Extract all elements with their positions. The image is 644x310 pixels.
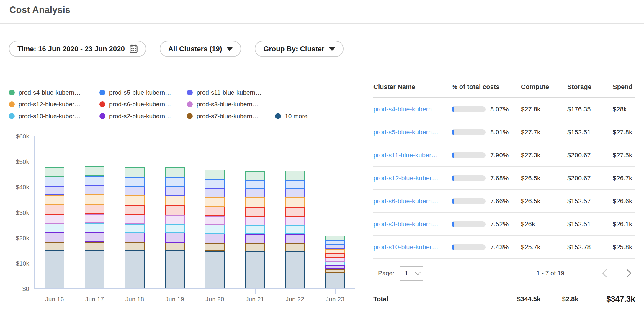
bar-segment[interactable] <box>325 240 345 245</box>
bar-segment[interactable] <box>45 205 64 215</box>
stacked-bar[interactable] <box>325 236 345 288</box>
bar-segment[interactable] <box>205 216 225 225</box>
bar-segment[interactable] <box>285 197 305 207</box>
bar-segment[interactable] <box>325 269 345 273</box>
cluster-name-link[interactable]: prod-s12-blue-kuber… <box>373 174 438 182</box>
clusters-filter[interactable]: All Clusters (19) <box>160 41 241 57</box>
bar-segment[interactable] <box>45 195 64 205</box>
bar-segment[interactable] <box>125 167 145 177</box>
bar-segment[interactable] <box>85 214 104 223</box>
bar-segment[interactable] <box>125 205 145 215</box>
bar-segment[interactable] <box>285 207 305 217</box>
bar-segment[interactable] <box>285 180 305 189</box>
bar-segment[interactable] <box>165 233 185 243</box>
stacked-bar[interactable] <box>245 171 265 288</box>
bar-segment[interactable] <box>325 262 345 266</box>
page-select[interactable]: 1 <box>400 266 423 281</box>
next-page-button[interactable] <box>622 266 635 280</box>
bar-segment[interactable] <box>125 224 145 233</box>
bar-segment[interactable] <box>45 232 64 242</box>
bar-segment[interactable] <box>285 171 305 180</box>
bar-segment[interactable] <box>205 179 225 188</box>
bar-segment[interactable] <box>125 215 145 224</box>
bar-segment[interactable] <box>85 232 104 242</box>
prev-page-button[interactable] <box>598 266 612 280</box>
bar-segment[interactable] <box>45 242 64 250</box>
bar-segment[interactable] <box>285 225 305 234</box>
legend-item[interactable]: 10 more <box>275 110 308 122</box>
bar-segment[interactable] <box>245 234 265 243</box>
bar-segment[interactable] <box>85 242 104 250</box>
bar-segment[interactable] <box>205 188 225 197</box>
bar-segment[interactable] <box>285 189 305 197</box>
bar-segment[interactable] <box>245 217 265 225</box>
cluster-name-link[interactable]: prod-s5-blue-kubern… <box>373 128 438 136</box>
bar-segment[interactable] <box>325 245 345 249</box>
bar-segment[interactable] <box>165 167 185 177</box>
bar-segment[interactable] <box>205 225 225 233</box>
legend-item[interactable]: prod-s6-blue-kubern… <box>99 98 187 110</box>
bar-segment[interactable] <box>85 205 104 214</box>
stacked-bar[interactable] <box>285 171 305 288</box>
stacked-bar[interactable] <box>45 167 64 288</box>
bar-segment[interactable] <box>245 189 265 197</box>
bar-segment[interactable] <box>45 250 64 288</box>
bar-segment[interactable] <box>125 177 145 187</box>
stacked-bar[interactable] <box>85 166 104 288</box>
cluster-name-link[interactable]: prod-s11-blue-kuber… <box>373 151 438 159</box>
bar-segment[interactable] <box>245 197 265 207</box>
bar-segment[interactable] <box>85 223 104 232</box>
bar-segment[interactable] <box>325 258 345 262</box>
bar-segment[interactable] <box>45 224 64 232</box>
bar-segment[interactable] <box>165 250 185 288</box>
bar-segment[interactable] <box>245 251 265 288</box>
stacked-bar[interactable] <box>205 170 225 288</box>
legend-item[interactable]: prod-s2-blue-kubern… <box>99 110 187 122</box>
bar-segment[interactable] <box>125 187 145 195</box>
legend-item[interactable]: prod-s7-blue-kubern… <box>187 110 275 122</box>
bar-segment[interactable] <box>205 234 225 243</box>
legend-item[interactable]: prod-s3-blue-kubern… <box>187 98 275 110</box>
cluster-name-link[interactable]: prod-s4-blue-kubern… <box>373 105 438 113</box>
bar-segment[interactable] <box>165 177 185 187</box>
bar-segment[interactable] <box>325 253 345 258</box>
legend-item[interactable]: prod-s4-blue-kubern… <box>9 87 99 98</box>
legend-item[interactable]: prod-s12-blue-kuber… <box>9 98 99 110</box>
bar-segment[interactable] <box>205 243 225 251</box>
bar-segment[interactable] <box>245 225 265 234</box>
time-range-filter[interactable]: Time: 16 Jun 2020 - 23 Jun 2020 <box>9 41 146 57</box>
bar-segment[interactable] <box>45 186 64 195</box>
bar-segment[interactable] <box>285 234 305 243</box>
bar-segment[interactable] <box>45 177 64 186</box>
bar-segment[interactable] <box>205 170 225 179</box>
bar-segment[interactable] <box>285 251 305 288</box>
bar-segment[interactable] <box>285 217 305 225</box>
legend-item[interactable]: prod-s10-blue-kuber… <box>9 110 99 122</box>
bar-segment[interactable] <box>165 187 185 195</box>
bar-segment[interactable] <box>245 207 265 217</box>
legend-item[interactable]: prod-s11-blue-kubern… <box>187 87 275 98</box>
stacked-bar[interactable] <box>125 167 145 288</box>
bar-segment[interactable] <box>125 250 145 288</box>
bar-segment[interactable] <box>125 195 145 205</box>
bar-segment[interactable] <box>165 205 185 215</box>
bar-segment[interactable] <box>85 194 104 205</box>
bar-segment[interactable] <box>285 243 305 251</box>
bar-segment[interactable] <box>85 185 104 194</box>
bar-segment[interactable] <box>205 197 225 207</box>
bar-segment[interactable] <box>45 215 64 224</box>
bar-segment[interactable] <box>205 251 225 288</box>
bar-segment[interactable] <box>325 265 345 269</box>
bar-segment[interactable] <box>85 176 104 185</box>
legend-item[interactable]: prod-s5-blue-kubern… <box>99 87 187 98</box>
cluster-name-link[interactable]: prod-s10-blue-kuber… <box>373 243 438 251</box>
bar-segment[interactable] <box>245 180 265 189</box>
bar-segment[interactable] <box>125 233 145 242</box>
bar-segment[interactable] <box>165 243 185 251</box>
bar-segment[interactable] <box>165 196 185 206</box>
bar-segment[interactable] <box>325 273 345 288</box>
bar-segment[interactable] <box>85 166 104 176</box>
cluster-name-link[interactable]: prod-s3-blue-kubern… <box>373 220 438 228</box>
bar-segment[interactable] <box>85 250 104 288</box>
bar-segment[interactable] <box>325 249 345 253</box>
